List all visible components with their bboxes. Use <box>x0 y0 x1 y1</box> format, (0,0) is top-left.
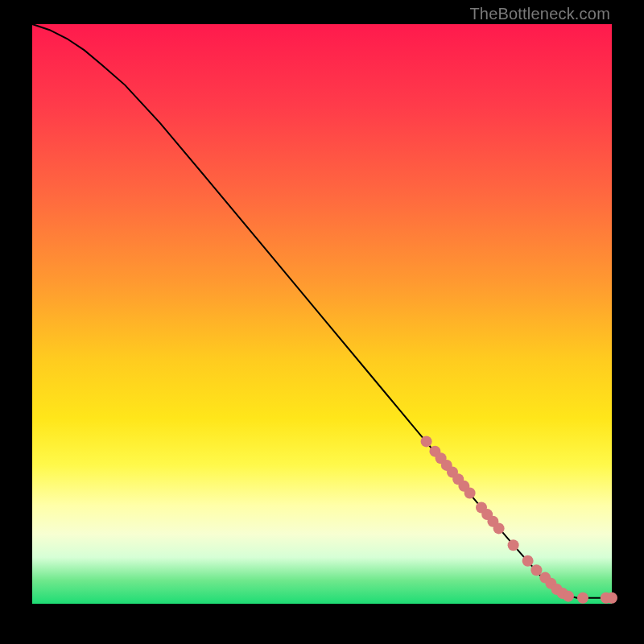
chart-frame: TheBottleneck.com <box>0 0 644 644</box>
watermark-text: TheBottleneck.com <box>469 5 610 23</box>
data-point <box>530 564 542 576</box>
data-point <box>464 487 476 498</box>
data-point <box>606 592 617 604</box>
data-point <box>421 436 432 447</box>
data-point <box>522 555 534 567</box>
data-point <box>493 522 505 534</box>
scatter-points <box>421 436 617 603</box>
data-point <box>563 591 574 602</box>
curve-line <box>32 24 612 598</box>
data-point <box>577 592 588 604</box>
data-point <box>508 539 519 551</box>
curve-path <box>32 24 612 598</box>
chart-svg <box>32 24 612 604</box>
plot-area <box>32 24 612 604</box>
